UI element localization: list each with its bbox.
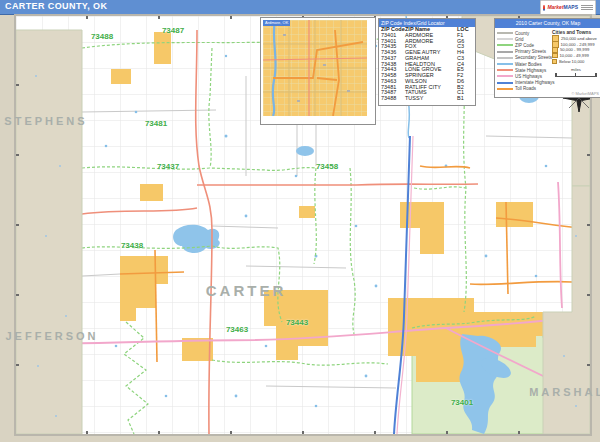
inset-title: Ardmore, OK xyxy=(263,20,290,26)
legend-line-item: Toll Roads xyxy=(497,86,551,92)
city-class-label: Below 10,000 xyxy=(559,59,584,64)
zip-index-box: ZIP Code Index/Grid Locator ZIP Code ZIP… xyxy=(378,18,476,106)
zip-index-cell: 73488 xyxy=(379,96,405,102)
zip-code-label: 73438 xyxy=(121,241,143,250)
zip-code-label: 73488 xyxy=(91,32,113,41)
legend-swatch xyxy=(497,82,513,84)
legend-line-items: CountyGridZIP CodePrimary StreetsSeconda… xyxy=(495,28,551,92)
legend-swatch xyxy=(497,32,513,34)
legend-item-label: US Highways xyxy=(515,74,542,79)
title-bar: CARTER COUNTY, OK xyxy=(0,0,600,15)
scale-bar: miles xyxy=(552,67,600,77)
legend-swatch xyxy=(497,44,513,46)
zip-index-row: 73488TUSSYB1 xyxy=(379,96,475,102)
marketmaps-logo: MarketMAPS xyxy=(540,0,596,15)
city-class-row: Below 10,000 xyxy=(552,58,600,64)
legend-swatch xyxy=(497,57,513,59)
city-symbol xyxy=(552,59,557,64)
zip-index-cell: B1 xyxy=(457,96,471,102)
zip-code-label: 73458 xyxy=(316,162,338,171)
legend-swatch xyxy=(497,63,513,65)
zip-code-label: 73481 xyxy=(145,119,167,128)
page-title: CARTER COUNTY, OK xyxy=(5,1,107,11)
grid-ticks-bottom xyxy=(16,431,590,434)
ardmore-inset-map: Ardmore, OK xyxy=(260,17,376,125)
city-class-label: 100,000 - 249,999 xyxy=(561,42,595,47)
legend-swatch xyxy=(497,69,513,71)
inset-map-art xyxy=(263,20,367,116)
city-class-label: 50,000 - 99,999 xyxy=(560,47,589,52)
legend-item-label: ZIP Code xyxy=(515,43,534,48)
legend-item-label: Grid xyxy=(515,37,524,42)
legend-item-label: Interstate Highways xyxy=(515,80,555,85)
zip-index-cell: TUSSY xyxy=(405,96,457,102)
city-class-label: 250,000 and above xyxy=(561,36,597,41)
legend-item-label: Secondary Streets xyxy=(515,55,552,60)
zip-code-label: 73443 xyxy=(286,318,308,327)
legend-box: 2010 Carter County, OK Map CountyGridZIP… xyxy=(494,18,600,98)
logo-fineprint xyxy=(581,5,593,10)
zip-code-label: 73401 xyxy=(451,398,473,407)
zip-index-rows: 73401ARDMOREF173401ARDMOREG673435FOXC373… xyxy=(379,33,475,102)
zip-code-label: 73437 xyxy=(157,162,179,171)
globe-icon xyxy=(543,5,545,11)
legend-item-label: State Highways xyxy=(515,68,546,73)
legend-swatch xyxy=(497,51,513,53)
scale-bar-graphic xyxy=(555,73,597,77)
legend-swatch xyxy=(497,88,513,90)
grid-ticks-left xyxy=(16,16,19,434)
logo-wordmark: MarketMAPS xyxy=(547,5,578,10)
legend-item-label: Toll Roads xyxy=(515,86,536,91)
city-class-label: 10,000 - 49,999 xyxy=(560,53,589,58)
legend-swatch xyxy=(497,75,513,77)
legend-copyright: © MarketMAPS xyxy=(571,91,599,96)
city-symbol xyxy=(552,53,558,59)
cities-towns-header: Cities and Towns xyxy=(552,30,600,35)
zip-code-label: 73487 xyxy=(162,26,184,35)
legend-cities-column: Cities and Towns 250,000 and above100,00… xyxy=(551,28,600,92)
legend-item-label: County xyxy=(515,31,529,36)
legend-item-label: Primary Streets xyxy=(515,49,546,54)
legend-swatch xyxy=(497,38,513,40)
legend-header: 2010 Carter County, OK Map xyxy=(495,19,600,28)
scale-label: miles xyxy=(552,67,600,72)
legend-item-label: Water Bodies xyxy=(515,62,542,67)
zip-code-label: 73463 xyxy=(226,325,248,334)
county-label: CARTER xyxy=(206,282,287,299)
county-label: JEFFERSON xyxy=(5,330,98,342)
map-sheet: STEPHENSJEFFERSONCARTERMARSHALL734887348… xyxy=(14,14,592,436)
city-class-rows: 250,000 and above100,000 - 249,99950,000… xyxy=(552,36,600,64)
